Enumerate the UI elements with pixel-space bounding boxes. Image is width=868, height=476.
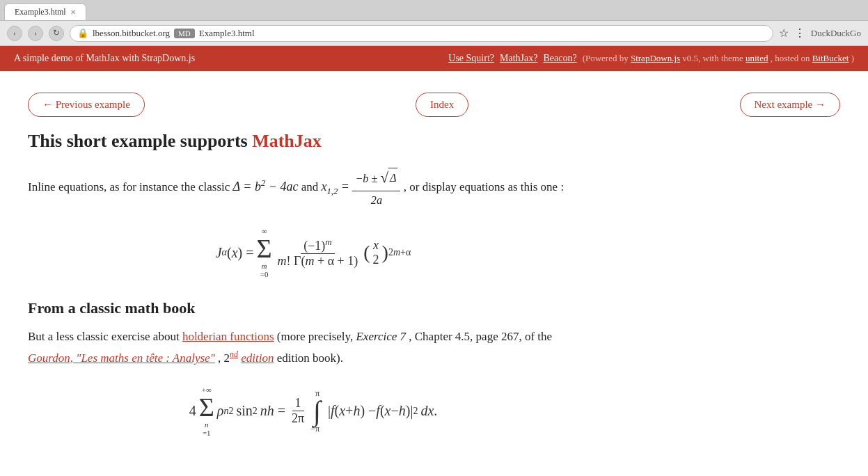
forward-button[interactable]: ›: [28, 26, 43, 41]
bessel-equation: J α (x) = ∞ Σ m=0 (−1)m m! Γ(m + α + 1) …: [28, 227, 599, 278]
strapdown-link[interactable]: StrapDown.js: [631, 53, 680, 63]
mathjax-link[interactable]: MathJax?: [500, 53, 537, 64]
reload-button[interactable]: ↻: [49, 26, 64, 41]
back-button[interactable]: ‹: [7, 26, 22, 41]
page-title: This short example supports MathJax: [28, 131, 599, 152]
beacon-link[interactable]: Beacon?: [543, 53, 576, 64]
edition-text: edition: [241, 351, 274, 365]
url-page: Example3.html: [199, 28, 255, 39]
powered-text: (Powered by StrapDown.js v0.5, with them…: [583, 53, 854, 64]
squirt-link[interactable]: Use Squirt?: [448, 53, 494, 64]
browser-tab[interactable]: Example3.html ✕: [4, 3, 86, 20]
address-bar[interactable]: 🔒 lbesson.bitbucket.org MD Example3.html: [70, 25, 773, 42]
inline-math-delta: Δ = b2 − 4ac: [233, 176, 299, 198]
index-button[interactable]: Index: [416, 93, 468, 117]
tab-label: Example3.html: [15, 7, 66, 17]
holderian-link[interactable]: holderian functions: [182, 330, 274, 343]
section2-paragraph: But a less classic exercise about holder…: [28, 327, 599, 368]
tab-close-icon[interactable]: ✕: [70, 8, 76, 16]
section2-heading: From a classic math book: [28, 299, 599, 317]
main-content: This short example supports MathJax Inli…: [0, 131, 626, 476]
mathjax-highlight: MathJax: [252, 131, 322, 151]
url-protocol: 🔒: [77, 28, 88, 39]
bitbucket-link[interactable]: BitBucket: [812, 53, 849, 63]
gourdon-link[interactable]: Gourdon, "Les maths en tête : Analyse": [28, 351, 215, 365]
url-badge: MD: [174, 29, 195, 38]
top-banner: A simple demo of MathJax with StrapDown.…: [0, 46, 868, 71]
bookmark-icon[interactable]: ☆: [779, 26, 789, 40]
next-example-button[interactable]: Next example →: [740, 93, 840, 117]
theme-link[interactable]: united: [745, 53, 768, 63]
url-domain: lbesson.bitbucket.org: [93, 28, 170, 39]
banner-description: A simple demo of MathJax with StrapDown.…: [14, 53, 195, 64]
separator: [0, 71, 868, 72]
tab-bar: Example3.html ✕: [0, 0, 868, 21]
prev-example-button[interactable]: ← Previous example: [28, 93, 145, 117]
search-engine-label: DuckDuckGo: [811, 28, 861, 39]
menu-icon[interactable]: ⋮: [794, 26, 805, 40]
integral-equation: 4 +∞ Σ n=1 ρn2 sin2 nh = 1 2π π ∫ −π |f(…: [28, 386, 599, 437]
navigation-row: ← Previous example Index Next example →: [0, 79, 868, 131]
intro-paragraph: Inline equations, as for instance the cl…: [28, 166, 599, 210]
inline-math-quadratic: x1,2 = −b ± √Δ 2a: [321, 166, 400, 210]
browser-chrome: ‹ › ↻ 🔒 lbesson.bitbucket.org MD Example…: [0, 21, 868, 46]
